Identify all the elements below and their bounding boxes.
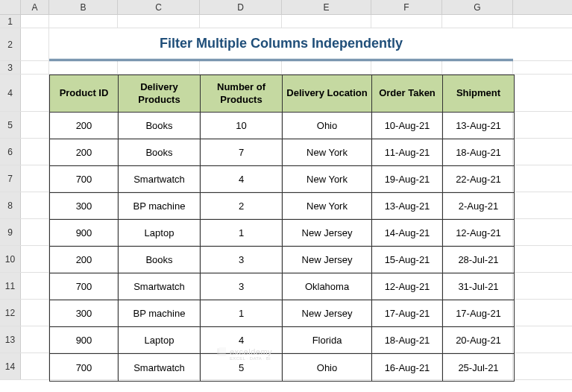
cell[interactable] (200, 15, 282, 28)
td-order[interactable]: 12-Aug-21 (372, 274, 443, 300)
td-product-id[interactable]: 200 (50, 113, 119, 139)
cell[interactable] (21, 326, 49, 353)
td-order[interactable]: 16-Aug-21 (372, 354, 443, 381)
row-header-14[interactable]: 14 (0, 353, 21, 379)
th-delivery-location[interactable]: Delivery Location (283, 75, 372, 113)
td-order[interactable]: 19-Aug-21 (372, 166, 443, 193)
cell[interactable] (371, 15, 442, 28)
td-location[interactable]: New York (283, 139, 372, 166)
cell[interactable] (282, 61, 371, 74)
cell[interactable] (21, 273, 49, 299)
td-location[interactable]: New York (283, 166, 372, 193)
cell[interactable] (21, 28, 49, 60)
col-header-A[interactable]: A (21, 0, 49, 14)
td-product-id[interactable]: 700 (50, 166, 119, 193)
row-header-10[interactable]: 10 (0, 246, 21, 272)
select-all-corner[interactable] (0, 0, 21, 14)
td-delivery-product[interactable]: Laptop (119, 220, 201, 247)
th-order-taken[interactable]: Order Taken (372, 75, 443, 113)
td-delivery-product[interactable]: Laptop (119, 327, 201, 354)
td-delivery-product[interactable]: Books (119, 139, 201, 166)
td-delivery-product[interactable]: Books (119, 247, 201, 274)
th-shipment[interactable]: Shipment (443, 75, 514, 113)
cell[interactable] (21, 300, 49, 326)
td-number[interactable]: 1 (201, 300, 283, 327)
td-location[interactable]: Ohio (283, 113, 372, 139)
td-product-id[interactable]: 300 (50, 193, 119, 220)
td-number[interactable]: 7 (201, 139, 283, 166)
row-header-4[interactable]: 4 (0, 75, 21, 111)
row-header-12[interactable]: 12 (0, 300, 21, 326)
td-product-id[interactable]: 200 (50, 247, 119, 274)
cell[interactable] (21, 112, 49, 138)
cell[interactable] (21, 353, 49, 379)
td-location[interactable]: Ohio (283, 354, 372, 381)
row-header-8[interactable]: 8 (0, 192, 21, 218)
td-shipment[interactable]: 13-Aug-21 (443, 113, 514, 139)
row-header-7[interactable]: 7 (0, 165, 21, 192)
cell[interactable] (21, 165, 49, 192)
cell[interactable] (118, 61, 200, 74)
td-product-id[interactable]: 300 (50, 300, 119, 327)
td-shipment[interactable]: 18-Aug-21 (443, 139, 514, 166)
col-header-B[interactable]: B (49, 0, 118, 14)
td-number[interactable]: 3 (201, 274, 283, 300)
td-shipment[interactable]: 20-Aug-21 (443, 327, 514, 354)
td-product-id[interactable]: 700 (50, 274, 119, 300)
cell[interactable] (442, 61, 513, 74)
td-number[interactable]: 10 (201, 113, 283, 139)
td-delivery-product[interactable]: BP machine (119, 300, 201, 327)
td-number[interactable]: 4 (201, 166, 283, 193)
td-delivery-product[interactable]: Smartwatch (119, 166, 201, 193)
td-order[interactable]: 15-Aug-21 (372, 247, 443, 274)
td-number[interactable]: 5 (201, 354, 283, 381)
td-location[interactable]: New York (283, 193, 372, 220)
td-order[interactable]: 14-Aug-21 (372, 220, 443, 247)
cell[interactable] (21, 139, 49, 165)
td-product-id[interactable]: 700 (50, 354, 119, 381)
cell[interactable] (442, 15, 513, 28)
row-header-5[interactable]: 5 (0, 112, 21, 138)
cell[interactable] (371, 61, 442, 74)
td-location[interactable]: Oklahoma (283, 274, 372, 300)
td-shipment[interactable]: 17-Aug-21 (443, 300, 514, 327)
th-product-id[interactable]: Product ID (50, 75, 119, 113)
td-number[interactable]: 1 (201, 220, 283, 247)
td-delivery-product[interactable]: Smartwatch (119, 354, 201, 381)
td-location[interactable]: New Jersey (283, 300, 372, 327)
cell[interactable] (282, 15, 371, 28)
td-product-id[interactable]: 900 (50, 327, 119, 354)
cell[interactable] (21, 219, 49, 245)
th-delivery-products[interactable]: Delivery Products (119, 75, 201, 113)
td-number[interactable]: 2 (201, 193, 283, 220)
td-location[interactable]: New Jersey (283, 220, 372, 247)
col-header-E[interactable]: E (282, 0, 371, 14)
td-shipment[interactable]: 31-Jul-21 (443, 274, 514, 300)
td-product-id[interactable]: 900 (50, 220, 119, 247)
col-header-G[interactable]: G (442, 0, 513, 14)
td-delivery-product[interactable]: BP machine (119, 193, 201, 220)
cell[interactable] (21, 15, 49, 28)
td-order[interactable]: 17-Aug-21 (372, 300, 443, 327)
td-location[interactable]: New Jersey (283, 247, 372, 274)
td-shipment[interactable]: 25-Jul-21 (443, 354, 514, 381)
td-shipment[interactable]: 2-Aug-21 (443, 193, 514, 220)
td-order[interactable]: 11-Aug-21 (372, 139, 443, 166)
cell[interactable] (200, 61, 282, 74)
cell[interactable] (21, 61, 49, 74)
row-header-3[interactable]: 3 (0, 61, 21, 74)
col-header-D[interactable]: D (200, 0, 282, 14)
td-order[interactable]: 18-Aug-21 (372, 327, 443, 354)
cell[interactable] (49, 61, 118, 74)
cell[interactable] (21, 192, 49, 218)
cell[interactable] (118, 15, 200, 28)
td-location[interactable]: Florida (283, 327, 372, 354)
row-header-1[interactable]: 1 (0, 15, 21, 28)
col-header-C[interactable]: C (118, 0, 200, 14)
td-order[interactable]: 13-Aug-21 (372, 193, 443, 220)
td-delivery-product[interactable]: Smartwatch (119, 274, 201, 300)
cell[interactable] (21, 75, 49, 111)
row-header-13[interactable]: 13 (0, 326, 21, 353)
td-shipment[interactable]: 12-Aug-21 (443, 220, 514, 247)
cell[interactable] (21, 246, 49, 272)
